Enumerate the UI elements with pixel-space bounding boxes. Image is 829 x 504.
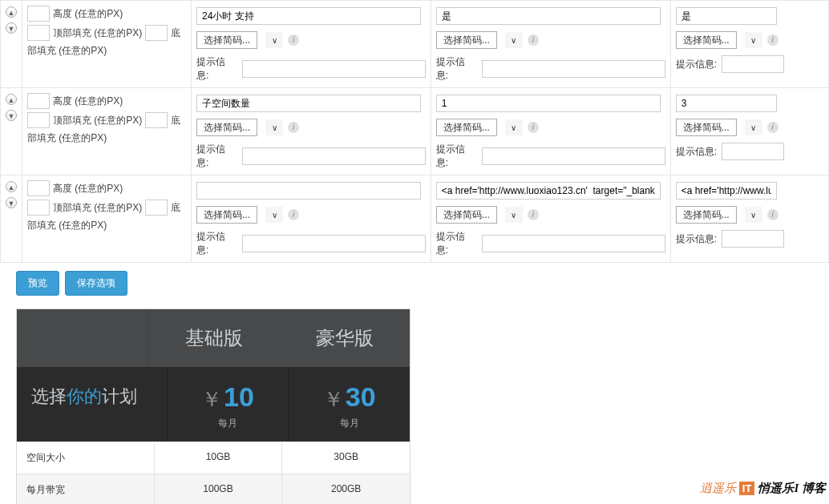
hint-input[interactable] [722, 143, 784, 160]
top-pad-label: 顶部填充 (任意的PX) [53, 114, 142, 127]
preview-button[interactable]: 预览 [16, 271, 59, 296]
hint-label: 提示信息: [436, 230, 477, 257]
top-pad-label: 顶部填充 (任意的PX) [53, 201, 142, 215]
top-pad-input-2[interactable] [145, 25, 168, 41]
top-pad-input-2[interactable] [145, 200, 168, 216]
info-icon: i [528, 34, 539, 46]
hint-label: 提示信息: [196, 230, 237, 257]
height-input[interactable] [27, 180, 50, 196]
bottom-suffix: 底 [171, 201, 180, 215]
shortcode-select-label: 选择简码... [197, 34, 257, 47]
shortcode-select-label: 选择简码... [197, 121, 257, 135]
height-input[interactable] [27, 93, 50, 109]
shortcode-select-label: 选择简码... [677, 121, 736, 135]
content-input[interactable] [196, 95, 421, 112]
plan-header-deluxe: 豪华版 [279, 309, 410, 367]
hint-input[interactable] [242, 235, 426, 252]
hint-label: 提示信息: [436, 55, 477, 83]
hint-label: 提示信息: [196, 143, 237, 170]
move-up-icon[interactable]: ▲ [6, 6, 17, 18]
top-pad-input[interactable] [27, 25, 50, 41]
shortcode-select-label: 选择简码... [437, 34, 496, 47]
feature-value-basic: 100GB [155, 474, 283, 504]
hint-label: 提示信息: [676, 58, 717, 71]
side-pad-label: 部填充 (任意的PX) [27, 44, 107, 58]
height-input[interactable] [27, 6, 50, 22]
content-input[interactable] [676, 182, 777, 200]
content-input[interactable] [196, 182, 421, 200]
chevron-down-icon[interactable]: ∨ [265, 32, 283, 48]
shortcode-select[interactable]: 选择简码... [196, 119, 257, 136]
choose-plan-title: 选择你的计划 [17, 367, 168, 442]
move-down-icon[interactable]: ▼ [6, 110, 17, 121]
top-pad-label: 顶部填充 (任意的PX) [53, 26, 142, 40]
shortcode-select[interactable]: 选择简码... [196, 206, 257, 224]
shortcode-select[interactable]: 选择简码... [436, 119, 497, 136]
move-up-icon[interactable]: ▲ [6, 94, 17, 105]
move-down-icon[interactable]: ▼ [6, 197, 17, 208]
chevron-down-icon[interactable]: ∨ [505, 32, 523, 48]
shortcode-select[interactable]: 选择简码... [436, 31, 497, 49]
info-icon: i [528, 209, 539, 220]
height-label: 高度 (任意的PX) [53, 7, 123, 21]
shortcode-select-label: 选择简码... [197, 208, 257, 222]
shortcode-select-label: 选择简码... [677, 208, 736, 222]
content-input[interactable] [436, 182, 661, 200]
content-input[interactable] [676, 95, 777, 112]
info-icon: i [767, 34, 778, 46]
chevron-down-icon[interactable]: ∨ [505, 119, 523, 135]
bottom-suffix: 底 [171, 114, 180, 127]
info-icon: i [767, 209, 778, 220]
top-pad-input[interactable] [27, 200, 50, 216]
info-icon: i [288, 209, 299, 220]
save-button[interactable]: 保存选项 [65, 271, 127, 296]
move-down-icon[interactable]: ▼ [6, 22, 17, 34]
shortcode-select[interactable]: 选择简码... [676, 119, 737, 136]
chevron-down-icon[interactable]: ∨ [265, 207, 283, 223]
hint-label: 提示信息: [676, 232, 717, 246]
chevron-down-icon[interactable]: ∨ [745, 119, 762, 135]
bottom-suffix: 底 [171, 26, 180, 40]
hint-label: 提示信息: [436, 143, 477, 170]
config-table: ▲ ▼ 高度 (任意的PX) 顶部填充 (任意的PX) 底 部填充 (任意的PX… [0, 0, 829, 263]
hint-input[interactable] [242, 60, 426, 78]
price-deluxe: ￥30 每月 [289, 367, 410, 442]
hint-input[interactable] [482, 60, 665, 78]
info-icon: i [767, 122, 778, 133]
feature-value-deluxe: 30GB [282, 442, 410, 474]
shortcode-select[interactable]: 选择简码... [436, 206, 497, 224]
chevron-down-icon[interactable]: ∨ [265, 119, 283, 135]
chevron-down-icon[interactable]: ∨ [745, 207, 762, 223]
feature-label: 每月带宽 [17, 474, 155, 504]
hint-input[interactable] [482, 147, 665, 165]
content-input[interactable] [196, 7, 421, 25]
price-basic: ￥10 每月 [168, 367, 289, 442]
move-up-icon[interactable]: ▲ [6, 181, 17, 192]
content-input[interactable] [436, 95, 661, 112]
top-pad-input[interactable] [27, 112, 50, 128]
info-icon: i [288, 34, 299, 46]
hint-input[interactable] [722, 230, 784, 248]
hint-input[interactable] [242, 147, 426, 165]
content-input[interactable] [436, 7, 661, 25]
chevron-down-icon[interactable]: ∨ [505, 207, 523, 223]
hint-input[interactable] [482, 235, 665, 252]
pricing-table: 基础版 豪华版 选择你的计划 ￥10 每月 ￥30 每月 空间大小 10GB 3… [16, 308, 410, 504]
chevron-down-icon[interactable]: ∨ [745, 32, 762, 48]
feature-value-deluxe: 200GB [282, 474, 410, 504]
watermark: 逍遥乐 IT 悄遥乐I 博客 [700, 481, 826, 496]
shortcode-select[interactable]: 选择简码... [196, 31, 257, 49]
top-pad-input-2[interactable] [145, 112, 168, 128]
plan-header-basic: 基础版 [148, 309, 279, 367]
shortcode-select-label: 选择简码... [437, 208, 496, 222]
side-pad-label: 部填充 (任意的PX) [27, 219, 107, 232]
shortcode-select-label: 选择简码... [677, 34, 736, 47]
hint-label: 提示信息: [676, 145, 717, 159]
content-input[interactable] [676, 7, 777, 25]
hint-input[interactable] [722, 55, 784, 73]
shortcode-select[interactable]: 选择简码... [676, 206, 737, 224]
feature-value-basic: 10GB [155, 442, 283, 474]
height-label: 高度 (任意的PX) [53, 95, 123, 108]
info-icon: i [288, 122, 299, 133]
shortcode-select[interactable]: 选择简码... [676, 31, 737, 49]
